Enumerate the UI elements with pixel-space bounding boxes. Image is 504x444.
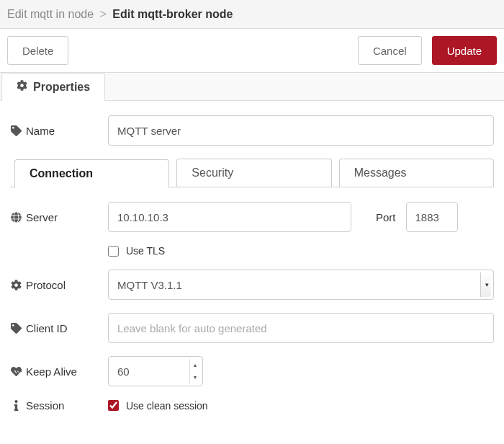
- tag-icon: [10, 125, 22, 136]
- number-spinner[interactable]: ▴ ▾: [189, 359, 199, 383]
- gear-icon: [10, 280, 22, 290]
- label-keepalive: Keep Alive: [10, 365, 108, 378]
- server-input[interactable]: [108, 202, 351, 232]
- breadcrumb-bar: Edit mqtt in node > Edit mqtt-broker nod…: [0, 0, 504, 29]
- form-body: Name Connection Security Messages Server…: [0, 101, 504, 419]
- main-tabs: Properties: [0, 72, 504, 101]
- breadcrumb-prev[interactable]: Edit mqtt in node: [7, 8, 94, 20]
- row-keepalive: Keep Alive ▴ ▾: [10, 356, 494, 386]
- breadcrumb: Edit mqtt in node > Edit mqtt-broker nod…: [7, 8, 233, 21]
- clean-session-label: Use clean session: [126, 400, 208, 412]
- tab-messages[interactable]: Messages: [339, 159, 494, 187]
- globe-icon: [10, 212, 22, 223]
- inner-tabs: Connection Security Messages: [10, 159, 494, 187]
- spinner-up-icon[interactable]: ▴: [190, 359, 199, 371]
- name-input[interactable]: [108, 115, 494, 146]
- label-protocol: Protocol: [10, 279, 108, 291]
- label-port: Port: [376, 211, 396, 223]
- delete-button[interactable]: Delete: [7, 36, 68, 65]
- tls-checkbox[interactable]: [108, 246, 119, 257]
- action-bar: Delete Cancel Update: [0, 29, 504, 72]
- tab-properties-label: Properties: [33, 81, 90, 94]
- label-session: Session: [10, 399, 108, 412]
- row-server: Server Port: [10, 202, 494, 232]
- update-button[interactable]: Update: [432, 36, 497, 65]
- protocol-select[interactable]: MQTT V3.1.1: [108, 270, 494, 300]
- tab-connection[interactable]: Connection: [14, 159, 169, 188]
- row-session: Session Use clean session: [10, 399, 494, 412]
- port-input[interactable]: [406, 202, 458, 232]
- row-tls: Use TLS: [10, 245, 494, 257]
- gear-icon: [17, 80, 27, 94]
- tab-properties[interactable]: Properties: [1, 73, 105, 101]
- info-icon: [10, 400, 22, 411]
- clientid-input[interactable]: [108, 313, 494, 343]
- cancel-button[interactable]: Cancel: [358, 36, 422, 65]
- chevron-right-icon: >: [100, 8, 107, 20]
- row-clientid: Client ID: [10, 313, 494, 343]
- clean-session-checkbox[interactable]: [108, 400, 119, 411]
- label-clientid: Client ID: [10, 322, 108, 334]
- tag-icon: [10, 323, 22, 334]
- tab-security[interactable]: Security: [176, 159, 331, 187]
- row-protocol: Protocol MQTT V3.1.1 ▾: [10, 270, 494, 300]
- heartbeat-icon: [10, 366, 22, 377]
- tls-label: Use TLS: [126, 245, 165, 257]
- row-name: Name: [10, 115, 494, 146]
- label-server: Server: [10, 211, 108, 223]
- breadcrumb-current: Edit mqtt-broker node: [112, 8, 233, 20]
- label-name: Name: [10, 125, 108, 137]
- spinner-down-icon[interactable]: ▾: [190, 371, 199, 383]
